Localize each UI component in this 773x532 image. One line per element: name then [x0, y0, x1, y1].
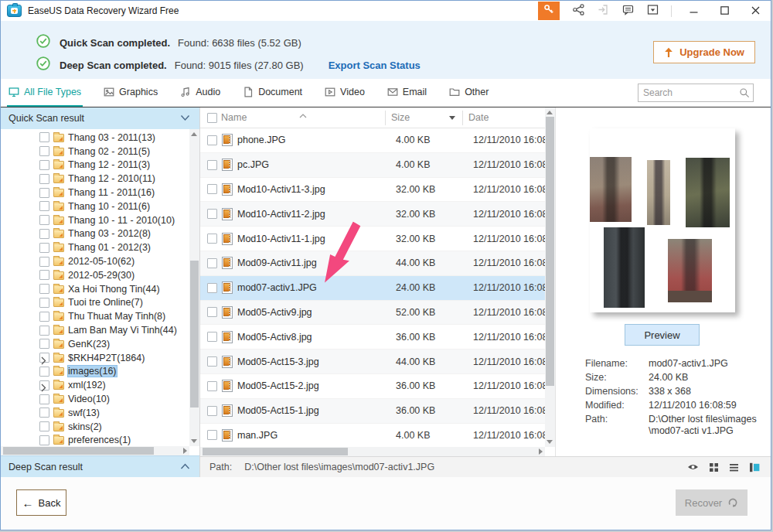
list-horizontal-scrollbar[interactable] [200, 447, 545, 456]
file-row[interactable]: Mod05-Act15-2.jpg36.00 KB12/11/2010 16:0… [200, 374, 545, 399]
tree-item[interactable]: $RKH4P2T(1864) [1, 351, 189, 365]
tree-checkbox[interactable] [39, 146, 49, 156]
quick-scan-result-header[interactable]: Quick Scan result [1, 107, 199, 129]
tree-checkbox[interactable] [39, 367, 49, 377]
file-row[interactable]: pc.JPG4.00 KB12/11/2010 16:08:5 [200, 153, 545, 178]
column-size[interactable]: Size [391, 112, 410, 123]
tree-item[interactable]: Xa Hoi Thong Tin(44) [1, 282, 189, 296]
tree-checkbox[interactable] [39, 243, 49, 253]
maximize-button[interactable] [709, 2, 740, 20]
share-button[interactable] [566, 2, 591, 20]
file-row[interactable]: Mod05-Act15-3.jpg44.00 KB12/11/2010 16:0… [200, 350, 545, 374]
upgrade-now-button[interactable]: Upgrade Now [653, 41, 755, 63]
recover-button[interactable]: Recover [676, 489, 747, 516]
tree-item[interactable]: Lam Ban May Vi Tinh(44) [1, 323, 189, 337]
tree-checkbox[interactable] [39, 339, 49, 349]
tree-checkbox[interactable] [39, 435, 49, 445]
tree-item[interactable]: Thang 01 - 2012(3) [1, 240, 189, 254]
close-button[interactable] [740, 2, 771, 20]
tab-all-file-types[interactable]: All File Types [7, 79, 83, 107]
file-checkbox[interactable] [207, 430, 217, 440]
tab-email[interactable]: Email [386, 79, 428, 107]
file-checkbox[interactable] [207, 258, 217, 268]
file-checkbox[interactable] [207, 184, 217, 194]
deep-scan-result-header[interactable]: Deep Scan result [1, 455, 199, 477]
tree-checkbox[interactable] [39, 257, 49, 267]
tree-item[interactable]: Thang 11 - 2011(16) [1, 186, 189, 200]
file-checkbox[interactable] [207, 283, 217, 293]
file-row[interactable]: Mod10-Activ11-3.jpg32.00 KB12/11/2010 16… [200, 178, 545, 203]
tree-item[interactable]: 2012-05-29(30) [1, 268, 189, 282]
file-checkbox[interactable] [207, 332, 217, 342]
tree-vertical-scrollbar[interactable] [189, 129, 199, 446]
file-row[interactable]: Mod10-Activ11-1.jpg32.00 KB12/11/2010 16… [200, 227, 545, 251]
file-checkbox[interactable] [207, 209, 217, 219]
file-row[interactable]: Mod09-Activ11.jpg44.00 KB12/11/2010 16:0… [200, 251, 545, 276]
tree-checkbox[interactable] [39, 215, 49, 225]
tree-item[interactable]: Thang 12 - 2011(3) [1, 159, 189, 172]
tree-checkbox[interactable] [39, 270, 49, 280]
file-checkbox[interactable] [207, 406, 217, 416]
tree-item[interactable]: Tuoi tre Online(7) [1, 296, 189, 310]
file-checkbox[interactable] [207, 381, 217, 391]
tree-checkbox[interactable] [39, 421, 49, 431]
details-view-icon[interactable] [749, 462, 760, 472]
file-checkbox[interactable] [207, 356, 217, 367]
tree-checkbox[interactable] [39, 174, 49, 184]
activation-key-button[interactable] [538, 2, 560, 20]
list-vertical-scrollbar[interactable] [545, 107, 555, 447]
file-row[interactable]: Mod05-Act15-1.jpg36.00 KB12/11/2010 16:0… [200, 399, 545, 424]
column-date[interactable]: Date [468, 112, 489, 123]
file-row[interactable]: phone.JPG4.00 KB12/11/2010 16:08:5 [200, 128, 545, 153]
tree-item[interactable]: skins(2) [1, 420, 189, 434]
file-row[interactable]: man.JPG4.00 KB12/11/2010 16:08:5 [200, 424, 545, 447]
tree-checkbox[interactable] [39, 408, 49, 418]
tree-checkbox[interactable] [39, 229, 49, 239]
tree-checkbox[interactable] [39, 284, 49, 294]
tree-checkbox[interactable] [39, 188, 49, 198]
tree-checkbox[interactable] [39, 160, 49, 170]
tree-item[interactable]: GenK(23) [1, 337, 189, 351]
tab-audio[interactable]: Audio [179, 79, 222, 107]
tab-video[interactable]: Video [323, 79, 366, 107]
list-view-icon[interactable] [729, 462, 739, 472]
tree-checkbox[interactable] [39, 394, 49, 404]
select-all-checkbox[interactable] [207, 113, 217, 123]
export-scan-status-link[interactable]: Export Scan Status [329, 60, 421, 71]
file-checkbox[interactable] [207, 135, 217, 145]
back-button[interactable]: ← Back [16, 489, 66, 516]
tree-item[interactable]: images(16) [1, 365, 189, 379]
preview-button[interactable]: Preview [625, 324, 700, 346]
file-checkbox[interactable] [207, 234, 217, 244]
tree-item[interactable]: Thang 10 - 11 - 2010(10) [1, 213, 189, 227]
file-row[interactable]: Mod05-Activ9.jpg52.00 KB12/11/2010 16:08… [200, 301, 545, 326]
tree-item[interactable]: Thang 10 - 2011(6) [1, 200, 189, 213]
minimize-button[interactable] [678, 2, 709, 20]
tree-item[interactable]: Video(10) [1, 392, 189, 406]
tree-checkbox[interactable] [39, 132, 49, 142]
sign-in-button[interactable] [591, 2, 615, 20]
tree-horizontal-scrollbar[interactable] [1, 446, 189, 455]
tab-other[interactable]: Other [448, 79, 490, 107]
tree-item[interactable]: Thang 03 - 2011(13) [1, 131, 189, 145]
tab-graphics[interactable]: Graphics [102, 79, 159, 107]
file-row[interactable]: Mod10-Activ11-2.jpg32.00 KB12/11/2010 16… [200, 202, 545, 227]
search-input[interactable] [638, 84, 754, 102]
tree-item[interactable]: swf(13) [1, 406, 189, 420]
tab-document[interactable]: Document [241, 79, 304, 107]
tree-checkbox[interactable] [39, 298, 49, 308]
file-row[interactable]: mod07-activ1.JPG24.00 KB12/11/2010 16:08… [200, 276, 545, 301]
menu-dropdown-button[interactable] [640, 2, 665, 20]
tree-item[interactable]: Thang 12 - 2010(11) [1, 172, 189, 186]
file-checkbox[interactable] [207, 160, 217, 170]
tree-item[interactable]: preferences(1) [1, 434, 189, 446]
file-row[interactable]: Mod05-Activ8.jpg36.00 KB12/11/2010 16:08… [200, 325, 545, 350]
file-checkbox[interactable] [207, 307, 217, 317]
column-name[interactable]: Name [221, 112, 373, 123]
tree-item[interactable]: Thang 02 - 2011(5) [1, 145, 189, 159]
tree-item[interactable]: Thu Thuat May Tinh(8) [1, 309, 189, 323]
tree-item[interactable]: xml(192) [1, 378, 189, 392]
feedback-button[interactable] [615, 2, 640, 20]
tree-checkbox[interactable] [39, 326, 49, 336]
size-filter-dropdown-icon[interactable] [449, 116, 455, 120]
